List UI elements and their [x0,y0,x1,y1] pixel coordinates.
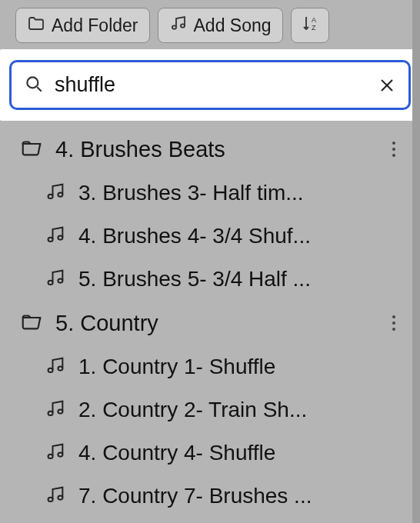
music-icon [45,484,66,508]
music-icon [45,398,66,422]
song-title: 2. Country 2- Train Sh... [78,398,378,422]
add-song-button[interactable]: Add Song [158,8,283,43]
svg-text:A: A [312,16,316,24]
svg-point-4 [27,77,38,88]
svg-point-18 [392,321,395,325]
music-icon [45,441,66,465]
sort-az-icon: A Z [301,14,319,37]
svg-point-27 [58,496,62,500]
svg-point-21 [58,367,62,371]
music-icon [45,224,66,248]
folder-open-icon [20,136,43,162]
svg-point-14 [58,236,62,240]
svg-point-11 [48,195,53,198]
folder-title: 4. Brushes Beats [55,137,371,162]
svg-point-23 [58,410,62,414]
folder-icon [27,14,45,37]
list-item[interactable]: 5. Brushes 5- 3/4 Half ... [0,258,420,301]
svg-point-22 [48,411,53,415]
list-item[interactable]: 7. Country 7- Brushes ... [0,475,420,518]
svg-point-17 [392,315,395,318]
folder-title: 5. Country [55,311,371,336]
svg-point-15 [48,281,53,285]
clear-button[interactable] [378,76,396,95]
song-title: 4. Country 4- Shuffle [78,441,378,465]
add-folder-button[interactable]: Add Folder [15,8,150,43]
song-title: 3. Brushes 3- Half tim... [78,181,378,205]
folder-open-icon [20,310,43,336]
svg-point-25 [58,453,62,457]
svg-point-9 [392,148,395,151]
add-song-label: Add Song [194,15,272,36]
search-row [0,49,420,121]
list-item[interactable]: 4. Brushes 4- 3/4 Shuf... [0,215,420,258]
svg-point-16 [58,279,62,283]
song-title: 4. Brushes 4- 3/4 Shuf... [78,224,378,248]
folder-header[interactable]: 5. Country [0,301,420,345]
list-item[interactable]: 4. Country 4- Shuffle [0,431,420,475]
music-icon [45,355,66,379]
music-icon [45,181,66,205]
list-item[interactable]: 1. Country 1- Shuffle [0,345,420,388]
song-title: 1. Country 1- Shuffle [78,355,378,379]
folder-list: 4. Brushes Beats 3. Brushes 3- Half tim.… [0,121,420,518]
search-icon [24,74,44,97]
song-title: 5. Brushes 5- 3/4 Half ... [78,267,378,291]
svg-text:Z: Z [312,24,316,32]
music-icon [169,14,188,37]
svg-point-1 [180,24,184,27]
search-input-container[interactable] [9,60,411,110]
song-title: 7. Country 7- Brushes ... [78,484,378,508]
list-item[interactable]: 2. Country 2- Train Sh... [0,388,420,431]
svg-line-5 [37,87,41,91]
svg-point-10 [392,154,395,157]
svg-point-0 [172,25,175,28]
list-item[interactable]: 3. Brushes 3- Half tim... [0,172,420,215]
folder-menu-button[interactable] [383,136,405,162]
svg-point-13 [48,238,53,242]
svg-point-24 [48,455,53,458]
svg-point-12 [58,193,62,197]
svg-point-8 [392,142,395,145]
music-icon [45,267,66,291]
scrollbar-track[interactable] [412,0,420,523]
svg-point-19 [392,328,395,331]
search-input[interactable] [55,73,367,97]
folder-menu-button[interactable] [383,310,405,336]
add-folder-label: Add Folder [52,15,138,36]
svg-point-20 [48,368,53,372]
sort-button[interactable]: A Z [291,8,329,43]
folder-header[interactable]: 4. Brushes Beats [0,127,420,172]
svg-point-26 [48,498,53,501]
